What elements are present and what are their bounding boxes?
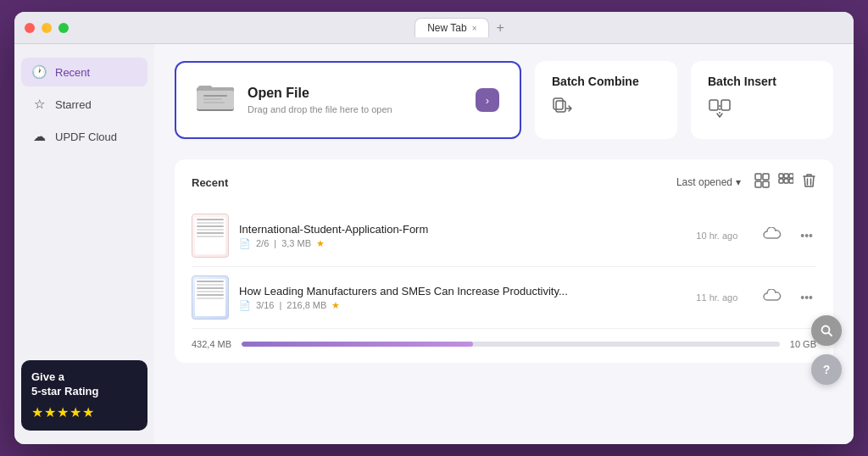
- open-file-subtitle: Drag and drop the file here to open: [248, 104, 392, 114]
- star-icon: ☆: [31, 97, 47, 112]
- search-fab-button[interactable]: [811, 315, 842, 346]
- star-icon: ★: [316, 238, 325, 249]
- folder-icon: [197, 81, 234, 120]
- fab-area: ?: [811, 315, 842, 385]
- maximize-button[interactable]: [58, 23, 69, 33]
- help-fab-button[interactable]: ?: [811, 354, 842, 385]
- batch-combine-title: Batch Combine: [552, 75, 660, 88]
- sort-label: Last opened: [676, 176, 732, 188]
- tab-bar: New Tab × +: [75, 18, 843, 37]
- open-file-card[interactable]: Open File Drag and drop the file here to…: [175, 61, 521, 139]
- storage-bar-area: 432,4 MB 10 GB: [192, 329, 816, 349]
- tab-title: New Tab: [427, 22, 466, 34]
- open-file-text: Open File Drag and drop the file here to…: [248, 86, 392, 114]
- storage-bar-fill: [242, 342, 473, 347]
- file-thumbnail: [192, 214, 229, 258]
- tab-close-icon[interactable]: ×: [472, 24, 477, 33]
- storage-used: 432,4 MB: [192, 339, 231, 349]
- sidebar-item-starred-label: Starred: [55, 98, 92, 111]
- svg-rect-14: [755, 181, 761, 187]
- file-meta: 📄 2/6 | 3,3 MB ★: [239, 238, 686, 249]
- minimize-button[interactable]: [42, 23, 52, 33]
- titlebar: New Tab × +: [14, 12, 854, 44]
- view-controls: [754, 173, 816, 192]
- sidebar-item-cloud-label: UPDF Cloud: [55, 131, 117, 143]
- grid-dense-button[interactable]: [754, 173, 770, 192]
- rating-title: Give a 5-star Rating: [31, 370, 137, 399]
- recent-header: Recent Last opened ▾: [192, 173, 816, 192]
- svg-rect-13: [763, 174, 769, 180]
- svg-rect-18: [789, 174, 793, 178]
- main-content: Open File Drag and drop the file here to…: [154, 44, 854, 444]
- batch-insert-title: Batch Insert: [708, 75, 816, 88]
- svg-rect-16: [779, 174, 783, 178]
- table-row[interactable]: International-Student-Application-Form 📄…: [192, 205, 816, 267]
- svg-rect-15: [763, 181, 769, 187]
- batch-insert-card[interactable]: Batch Insert: [691, 61, 833, 139]
- svg-rect-8: [556, 101, 565, 112]
- table-row[interactable]: How Leading Manufacturers and SMEs Can I…: [192, 267, 816, 329]
- sort-control[interactable]: Last opened ▾: [676, 176, 741, 188]
- trash-button[interactable]: [802, 173, 816, 192]
- file-meta: 📄 3/16 | 216,8 MB ★: [239, 300, 686, 311]
- recent-section-title: Recent: [192, 176, 228, 189]
- close-button[interactable]: [25, 23, 35, 33]
- sidebar-item-recent-label: Recent: [55, 66, 90, 79]
- sidebar-item-cloud[interactable]: ☁ UPDF Cloud: [21, 122, 147, 151]
- batch-combine-card[interactable]: Batch Combine: [535, 61, 677, 139]
- svg-rect-20: [784, 179, 788, 183]
- sort-arrow-icon: ▾: [736, 176, 741, 188]
- rating-card[interactable]: Give a 5-star Rating ★★★★★: [21, 360, 147, 431]
- file-time: 11 hr. ago: [696, 292, 748, 303]
- svg-rect-5: [203, 98, 222, 100]
- open-file-arrow[interactable]: ›: [476, 88, 499, 112]
- rating-stars: ★★★★★: [31, 404, 137, 420]
- file-time: 10 hr. ago: [696, 231, 748, 241]
- new-tab-button[interactable]: +: [496, 20, 504, 36]
- cloud-icon: ☁: [31, 129, 47, 144]
- sidebar: 🕐 Recent ☆ Starred ☁ UPDF Cloud Give a 5…: [14, 44, 154, 444]
- more-options-icon[interactable]: •••: [797, 229, 816, 242]
- file-name: How Leading Manufacturers and SMEs Can I…: [239, 285, 686, 298]
- svg-rect-19: [779, 179, 783, 183]
- svg-rect-3: [198, 86, 212, 91]
- svg-rect-4: [203, 95, 227, 97]
- file-info: International-Student-Application-Form 📄…: [239, 223, 686, 249]
- open-file-title: Open File: [248, 86, 392, 101]
- page-icon: 📄: [239, 238, 251, 249]
- svg-rect-7: [554, 98, 563, 109]
- cloud-upload-icon[interactable]: [758, 289, 787, 306]
- svg-line-25: [829, 333, 832, 336]
- sidebar-item-recent[interactable]: 🕐 Recent: [21, 58, 147, 86]
- svg-rect-9: [709, 100, 718, 110]
- file-thumbnail: [192, 275, 229, 320]
- tab-new-tab[interactable]: New Tab ×: [415, 18, 489, 37]
- batch-insert-icon: [708, 97, 816, 125]
- page-icon: 📄: [239, 300, 251, 311]
- svg-rect-12: [755, 174, 761, 180]
- grid-loose-button[interactable]: [778, 173, 793, 192]
- cloud-upload-icon[interactable]: [758, 227, 787, 244]
- svg-rect-6: [203, 102, 225, 103]
- file-info: How Leading Manufacturers and SMEs Can I…: [239, 285, 686, 311]
- file-name: International-Student-Application-Form: [239, 223, 686, 236]
- star-icon: ★: [331, 300, 340, 311]
- batch-combine-icon: [552, 97, 660, 125]
- sidebar-item-starred[interactable]: ☆ Starred: [21, 90, 147, 119]
- svg-rect-10: [721, 100, 730, 110]
- more-options-icon[interactable]: •••: [797, 291, 816, 304]
- svg-rect-17: [784, 174, 788, 178]
- recent-section: Recent Last opened ▾: [175, 159, 833, 363]
- storage-bar-track: [242, 342, 780, 347]
- clock-icon: 🕐: [31, 64, 47, 80]
- help-icon: ?: [823, 363, 831, 376]
- sidebar-bottom: Give a 5-star Rating ★★★★★: [21, 360, 147, 431]
- svg-rect-21: [789, 179, 793, 183]
- top-cards: Open File Drag and drop the file here to…: [175, 61, 833, 139]
